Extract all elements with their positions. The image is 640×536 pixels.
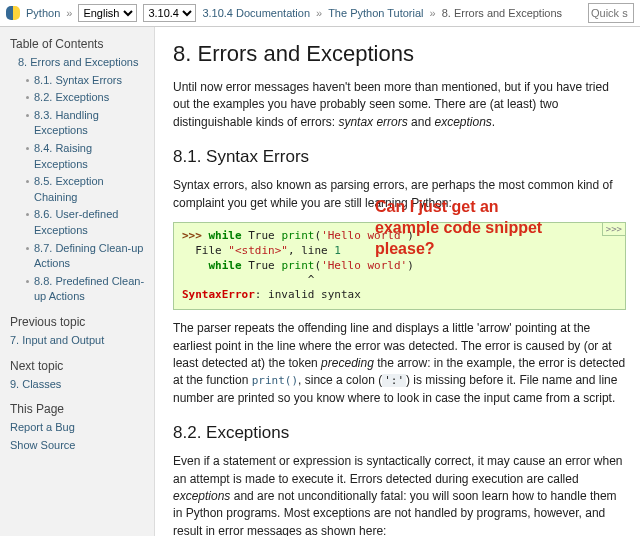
toc-item[interactable]: 8.4. Raising Exceptions [34,142,92,170]
thispage-heading: This Page [10,402,146,416]
exceptions-paragraph: Even if a statement or expression is syn… [173,453,626,536]
top-bar: Python » English 3.10.4 3.10.4 Documenta… [0,0,640,27]
toc-item[interactable]: 8.1. Syntax Errors [34,74,122,86]
crumb-current: 8. Errors and Exceptions [442,7,562,19]
page-title: 8. Errors and Exceptions [173,41,626,67]
syntax-errors-paragraph: Syntax errors, also known as parsing err… [173,177,626,212]
toc-item[interactable]: 8.8. Predefined Clean-up Actions [34,275,144,303]
section-syntax-errors: 8.1. Syntax Errors [173,147,626,167]
toc-item[interactable]: 8.6. User-defined Exceptions [34,208,118,236]
quick-search-input[interactable] [588,3,634,23]
version-select[interactable]: 3.10.4 [143,4,196,22]
prev-topic-link[interactable]: 7. Input and Output [10,334,104,346]
parser-explanation-paragraph: The parser repeats the offending line an… [173,320,626,407]
toc-top-link[interactable]: 8. Errors and Exceptions [18,56,138,68]
toc-item[interactable]: 8.7. Defining Clean-up Actions [34,242,143,270]
toc-item[interactable]: 8.5. Exception Chaining [34,175,104,203]
toc-heading: Table of Contents [10,37,146,51]
next-topic-link[interactable]: 9. Classes [10,378,61,390]
language-select[interactable]: English [78,4,137,22]
sidebar: Table of Contents 8. Errors and Exceptio… [0,27,155,536]
code-toggle-button[interactable]: >>> [602,223,625,236]
toc-item[interactable]: 8.2. Exceptions [34,91,109,103]
show-source-link[interactable]: Show Source [10,439,75,451]
code-example-syntax-error: >>>>>> while True print('Hello world') F… [173,222,626,310]
toc-item[interactable]: 8.3. Handling Exceptions [34,109,99,137]
crumb-documentation[interactable]: 3.10.4 Documentation [202,7,310,19]
main-content: 8. Errors and Exceptions Until now error… [155,27,640,536]
crumb-tutorial[interactable]: The Python Tutorial [328,7,423,19]
prev-heading: Previous topic [10,315,146,329]
section-exceptions: 8.2. Exceptions [173,423,626,443]
report-bug-link[interactable]: Report a Bug [10,421,75,433]
brand-link[interactable]: Python [26,7,60,19]
python-logo-icon [6,6,20,20]
intro-paragraph: Until now error messages haven't been mo… [173,79,626,131]
next-heading: Next topic [10,359,146,373]
